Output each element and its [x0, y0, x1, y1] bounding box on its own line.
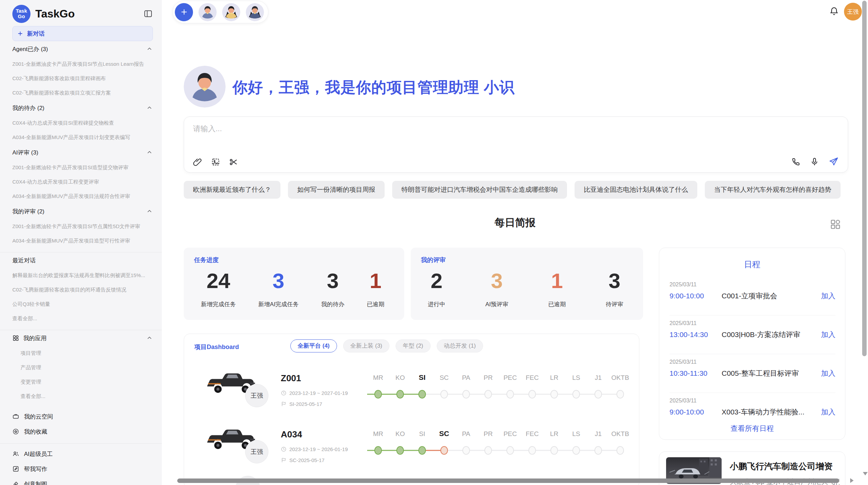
chevron-up-icon[interactable] — [146, 149, 153, 156]
sidebar-task-item[interactable]: A034-全新新能源MUV产品开发项目计划变更表编写 — [12, 130, 153, 145]
stat: 1已逾期 — [548, 268, 566, 308]
sidebar-task-item[interactable]: C02-飞腾新能源轻客改款项目里程碑画布 — [12, 71, 153, 86]
project-row[interactable]: 王强 A034 2023-12-19 ~ 2026-01-19 SC-2025-… — [194, 420, 629, 474]
chevron-up-icon[interactable] — [146, 208, 153, 215]
svg-text:J1: J1 — [595, 430, 602, 437]
stat-label: 我的待办 — [321, 300, 345, 308]
sidebar-task-item[interactable]: A034-全新新能源MUV产品开发项目法规符合性评审 — [12, 189, 153, 203]
suggestion-chip[interactable]: 特朗普可能对进口汽车增税会对中国车企造成哪些影响 — [392, 181, 567, 199]
sidebar-task-item[interactable]: C0X4-动力总成开发项目工程变更评审 — [12, 175, 153, 189]
stat-value: 2 — [431, 268, 442, 294]
recent-chats-header: 最近对话 — [12, 252, 153, 268]
sidebar-task-item[interactable]: Z001-全新燃油皮卡产品开发项目SI节点Lesson Learn报告 — [12, 57, 153, 71]
user-avatar[interactable]: 王强 — [844, 3, 862, 21]
recent-chat-item[interactable]: 查看全部... — [12, 311, 153, 326]
event-date: 2025/03/11 — [670, 359, 835, 365]
agent-avatar-1[interactable] — [198, 3, 217, 21]
agent-avatar-pill — [172, 1, 268, 23]
dashboard-tab[interactable]: 年型 (2) — [396, 339, 431, 352]
event-name: X003-车辆动力学性能验... — [722, 407, 821, 417]
suggestion-chip[interactable]: 当下年轻人对汽车外观有怎样的喜好趋势 — [705, 181, 841, 199]
task-progress-card: 任务进度 24新增完成任务3新增AI完成任务3我的待办1已逾期 — [184, 248, 404, 320]
svg-text:SI: SI — [419, 430, 425, 437]
plus-icon — [180, 8, 189, 16]
suggestion-chip[interactable]: 比亚迪全固态电池计划具体说了什么 — [575, 181, 697, 199]
milestone-timeline: MRKOSISCPAPRPECFECLRLSJ1OKTB — [366, 368, 637, 409]
sidebar-task-item[interactable]: A034-全新新能源MUV产品开发项目造型可行性评审 — [12, 234, 153, 248]
sidebar-section-header[interactable]: 我的评审 (2) — [12, 203, 153, 219]
horizontal-scrollbar[interactable] — [177, 478, 839, 483]
chevron-up-icon[interactable] — [146, 335, 153, 341]
dashboard-tab[interactable]: 全新上装 (3) — [343, 339, 390, 352]
stat-value: 3 — [327, 268, 338, 294]
suggestion-chip[interactable]: 如何写一份清晰的项目周报 — [288, 181, 385, 199]
microphone-icon[interactable] — [810, 157, 819, 166]
sidebar-task-item[interactable]: Z001-全新燃油轻卡产品开发项目SI造型提交物评审 — [12, 160, 153, 175]
apps-grid-icon — [12, 335, 19, 341]
app-item[interactable]: 变更管理 — [12, 375, 153, 389]
sidebar-link-label: 创意制图 — [24, 480, 153, 485]
vertical-scrollbar[interactable] — [862, 1, 867, 356]
project-name: Z001 — [281, 373, 301, 384]
chevron-up-icon[interactable] — [146, 104, 153, 111]
app-item[interactable]: 产品管理 — [12, 360, 153, 375]
section-title: Agent已办 (3) — [12, 45, 48, 53]
stat-label: 待评审 — [606, 300, 623, 308]
sidebar-task-item[interactable]: C02-飞腾新能源轻客改款项目立项汇报方案 — [12, 86, 153, 100]
new-chat-button[interactable]: 新对话 — [12, 26, 153, 41]
scissors-icon[interactable] — [229, 157, 238, 167]
suggestion-chip[interactable]: 欧洲新规最近颁布了什么？ — [184, 181, 280, 199]
sidebar-link-label: 我的收藏 — [24, 428, 153, 436]
sidebar-tool-link[interactable]: 帮我写作 — [12, 461, 153, 476]
attachment-icon[interactable] — [193, 157, 203, 167]
sidebar-collapse-icon[interactable] — [143, 9, 153, 18]
schedule-card: 日程 2025/03/11 9:00-10:00 C001-立项审批会 加入 2… — [659, 248, 845, 440]
app-item[interactable]: 查看全部... — [12, 389, 153, 403]
recent-chat-item[interactable]: 解释最新出台的欧盟报废车法规再生塑料比例被调至15%... — [12, 268, 153, 283]
dashboard-tab[interactable]: 全新平台 (4) — [290, 339, 337, 352]
app-item[interactable]: 项目管理 — [12, 346, 153, 360]
sidebar-link[interactable]: 我的云空间 — [12, 409, 153, 424]
briefing-layout-icon[interactable] — [830, 219, 841, 230]
chat-input[interactable]: 请输入... — [184, 116, 848, 173]
sidebar-task-item[interactable]: Z001-全新燃油轻卡产品开发项目SI节点属性5D文件评审 — [12, 219, 153, 234]
scroll-right-arrow-icon[interactable] — [850, 478, 854, 483]
add-agent-button[interactable] — [175, 3, 193, 21]
sidebar-section-header[interactable]: 我的待办 (2) — [12, 100, 153, 116]
send-icon[interactable] — [828, 156, 839, 167]
phone-icon[interactable] — [791, 157, 801, 166]
my-apps-header[interactable]: 我的应用 — [12, 330, 153, 346]
join-event-link[interactable]: 加入 — [821, 369, 835, 378]
scroll-down-arrow-icon[interactable] — [863, 472, 868, 475]
logo-line1: Task — [16, 8, 27, 14]
stat: 2进行中 — [428, 268, 445, 308]
agent-avatar-2[interactable] — [222, 3, 240, 21]
sidebar-tool-link[interactable]: 创意制图 — [12, 476, 153, 485]
project-owner-badge: 王强 — [245, 440, 268, 463]
suggestion-chips: 欧洲新规最近颁布了什么？如何写一份清晰的项目周报特朗普可能对进口汽车增税会对中国… — [184, 181, 851, 199]
recent-chat-item[interactable]: 公司Q3轻卡销量 — [12, 297, 153, 311]
notification-bell-icon[interactable] — [829, 6, 839, 16]
project-row[interactable]: 王强 Z001 2023-12-19 ~ 2027-01-19 SI-2025-… — [194, 363, 629, 418]
svg-text:PEC: PEC — [504, 430, 517, 437]
join-event-link[interactable]: 加入 — [821, 407, 835, 417]
schedule-title: 日程 — [659, 259, 845, 270]
recent-chat-item[interactable]: C02-飞腾新能源轻客改款项目的闭环通告反馈情况 — [12, 283, 153, 297]
sidebar-task-item[interactable]: C0X4-动力总成开发项目SI里程碑提交物检查 — [12, 116, 153, 130]
sidebar-link[interactable]: 我的收藏 — [12, 424, 153, 439]
sidebar-tool-link[interactable]: AI超级员工 — [12, 446, 153, 461]
chevron-up-icon[interactable] — [146, 46, 153, 52]
image-icon[interactable] — [211, 157, 220, 167]
schedule-event: 2025/03/11 13:00-14:30 C003|H0B-方案冻结评审 加… — [670, 315, 835, 354]
svg-text:PA: PA — [462, 374, 470, 381]
stat-label: 新增完成任务 — [201, 300, 236, 308]
star-badge-icon — [12, 428, 20, 435]
join-event-link[interactable]: 加入 — [821, 330, 835, 339]
dashboard-tab[interactable]: 动总开发 (1) — [437, 339, 483, 352]
join-event-link[interactable]: 加入 — [821, 291, 835, 301]
sidebar-section-header[interactable]: AI评审 (3) — [12, 145, 153, 160]
stat: 3待评审 — [606, 268, 623, 308]
sidebar-section-header[interactable]: Agent已办 (3) — [12, 41, 153, 57]
agent-avatar-3[interactable] — [246, 3, 264, 21]
view-all-schedule-link[interactable]: 查看所有日程 — [659, 424, 845, 433]
